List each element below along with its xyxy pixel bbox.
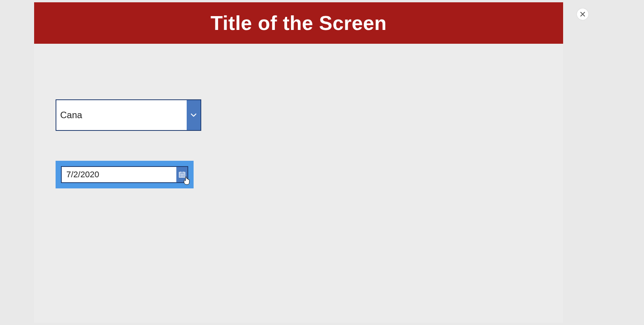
- close-icon: [580, 12, 585, 17]
- country-dropdown-button[interactable]: [187, 100, 200, 130]
- date-input[interactable]: [62, 167, 176, 182]
- header-bar: Title of the Screen: [34, 2, 563, 44]
- datepicker-calendar-button[interactable]: [176, 167, 187, 182]
- app-frame: Title of the Screen: [34, 2, 563, 323]
- country-combobox[interactable]: [56, 99, 201, 131]
- chevron-down-icon: [190, 111, 197, 119]
- datepicker[interactable]: [61, 166, 188, 183]
- datepicker-focus-ring: [56, 161, 194, 188]
- content-area: [34, 44, 563, 188]
- country-input[interactable]: [56, 100, 187, 130]
- page-title: Title of the Screen: [210, 12, 386, 35]
- calendar-icon: [179, 171, 186, 178]
- close-button[interactable]: [577, 8, 588, 20]
